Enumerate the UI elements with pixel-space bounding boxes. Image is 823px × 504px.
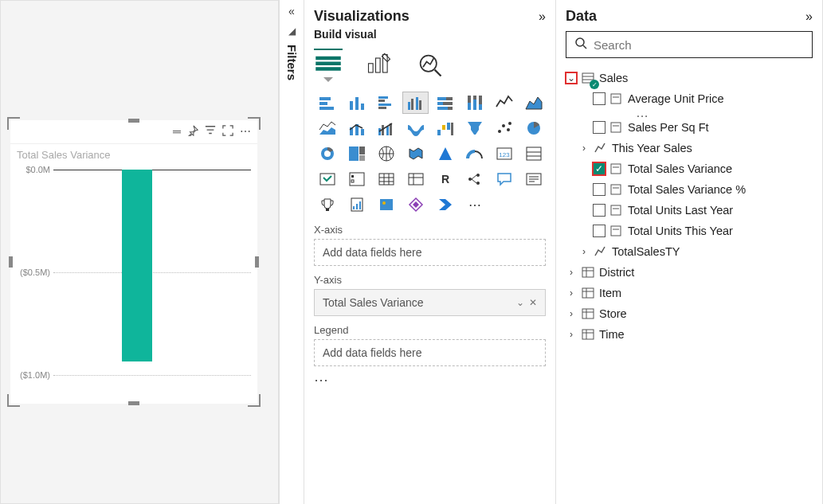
- build-visual-tab[interactable]: [314, 49, 343, 79]
- calc-icon: [610, 93, 623, 104]
- svg-rect-43: [447, 123, 450, 130]
- viz-smart-narrative[interactable]: [520, 168, 547, 190]
- report-canvas[interactable]: ═ ⋯ Total Sales Variance $0.0M ($0.5M) (…: [0, 0, 279, 504]
- table-icon: [582, 328, 594, 341]
- svg-rect-84: [356, 204, 358, 209]
- viz-stacked-bar[interactable]: [314, 92, 340, 114]
- viz-paginated-report[interactable]: [343, 193, 370, 216]
- field-average-unit-price[interactable]: Average Unit Price: [593, 88, 813, 109]
- expand-caret-icon[interactable]: ›: [566, 267, 577, 278]
- viz-key-influencers[interactable]: [314, 193, 340, 216]
- search-input[interactable]: [594, 38, 804, 52]
- checkbox[interactable]: ✓: [593, 162, 605, 175]
- pin-icon[interactable]: [187, 125, 198, 139]
- viz-arcgis[interactable]: [373, 193, 399, 216]
- svg-rect-108: [582, 288, 594, 298]
- expand-filters-icon[interactable]: «: [288, 5, 295, 18]
- viz-filled-map[interactable]: [402, 143, 429, 165]
- viz-decomposition-tree[interactable]: [461, 168, 488, 190]
- viz-line[interactable]: [491, 92, 517, 114]
- measure-icon: [594, 143, 607, 154]
- checkbox[interactable]: [593, 204, 605, 217]
- legend-dropzone[interactable]: Add data fields here: [314, 339, 546, 366]
- svg-line-7: [435, 70, 441, 76]
- filter-icon[interactable]: [205, 125, 216, 139]
- legend-label: Legend: [314, 324, 546, 336]
- viz-multi-row-card[interactable]: [520, 143, 547, 165]
- chart-visual[interactable]: ═ ⋯ Total Sales Variance $0.0M ($0.5M) (…: [10, 120, 257, 404]
- viz-power-apps[interactable]: [402, 193, 429, 216]
- build-tabs: [314, 45, 546, 80]
- viz-area[interactable]: [520, 92, 547, 114]
- expand-caret-icon[interactable]: ›: [578, 143, 590, 154]
- focus-icon[interactable]: [222, 125, 233, 139]
- visualizations-pane: Visualizations » Build visual: [304, 0, 556, 504]
- data-search[interactable]: [566, 31, 813, 58]
- table-time[interactable]: › Time: [566, 324, 813, 345]
- remove-field-icon[interactable]: ✕: [529, 297, 537, 308]
- field-total-sales-variance[interactable]: ✓ Total Sales Variance: [593, 158, 813, 179]
- more-wells-icon[interactable]: ⋯: [314, 371, 546, 389]
- viz-pie[interactable]: [520, 117, 547, 139]
- viz-table[interactable]: [373, 168, 399, 190]
- more-fields-icon[interactable]: …: [593, 109, 813, 117]
- expand-caret-icon[interactable]: ›: [566, 308, 577, 319]
- field-this-year-sales[interactable]: › This Year Sales: [578, 138, 813, 158]
- viz-stacked-column[interactable]: [343, 92, 370, 114]
- viz-azure-map[interactable]: [432, 143, 458, 165]
- field-total-units-this-year[interactable]: Total Units This Year: [593, 221, 813, 241]
- viz-funnel[interactable]: [461, 117, 488, 139]
- expand-caret-icon[interactable]: ⌄: [566, 72, 577, 84]
- drag-handle-icon[interactable]: ═: [173, 125, 181, 139]
- viz-100-stacked-column[interactable]: [461, 92, 488, 114]
- viz-r-visual[interactable]: R: [432, 168, 458, 190]
- viz-map[interactable]: [373, 143, 399, 165]
- viz-power-automate[interactable]: [432, 193, 458, 216]
- collapse-data-icon[interactable]: »: [805, 10, 813, 24]
- viz-more[interactable]: ⋯: [461, 193, 488, 216]
- table-district[interactable]: › District: [566, 262, 813, 283]
- field-sales-per-sq-ft[interactable]: Sales Per Sq Ft: [593, 117, 813, 138]
- viz-ribbon[interactable]: [402, 117, 429, 139]
- viz-card[interactable]: 123: [491, 143, 517, 165]
- field-total-sales-variance-pct[interactable]: Total Sales Variance %: [593, 179, 813, 200]
- build-visual-label: Build visual: [314, 28, 546, 41]
- viz-100-stacked-bar[interactable]: [432, 92, 458, 114]
- viz-matrix[interactable]: [402, 168, 429, 190]
- viz-clustered-bar[interactable]: [373, 92, 399, 114]
- svg-rect-9: [319, 102, 327, 105]
- viz-clustered-column[interactable]: [402, 92, 429, 114]
- expand-caret-icon[interactable]: ›: [578, 246, 590, 257]
- field-totalsalesty[interactable]: › TotalSalesTY: [578, 241, 813, 262]
- checkbox[interactable]: [593, 183, 605, 196]
- table-item[interactable]: › Item: [566, 283, 813, 303]
- table-store[interactable]: › Store: [566, 303, 813, 324]
- viz-stacked-area[interactable]: [314, 117, 340, 139]
- viz-treemap[interactable]: [343, 143, 370, 165]
- chevron-down-icon[interactable]: ⌄: [516, 297, 524, 308]
- collapse-viz-icon[interactable]: »: [539, 10, 546, 24]
- y-axis-field-chip[interactable]: Total Sales Variance ⌄✕: [314, 289, 546, 316]
- viz-slicer[interactable]: [343, 168, 370, 190]
- analytics-tab[interactable]: [416, 49, 445, 79]
- viz-gauge[interactable]: [461, 143, 488, 165]
- viz-line-clustered-column[interactable]: [373, 117, 399, 139]
- expand-caret-icon[interactable]: ›: [566, 329, 577, 340]
- viz-donut[interactable]: [314, 143, 340, 165]
- viz-kpi[interactable]: [314, 168, 340, 190]
- filters-pane-collapsed[interactable]: « ◢ Filters: [279, 0, 304, 504]
- viz-scatter[interactable]: [491, 117, 517, 139]
- format-visual-tab[interactable]: [365, 49, 394, 79]
- checkbox[interactable]: [593, 92, 605, 105]
- expand-caret-icon[interactable]: ›: [566, 287, 577, 299]
- checkbox[interactable]: [593, 121, 605, 134]
- viz-line-stacked-column[interactable]: [343, 117, 370, 139]
- table-sales[interactable]: ⌄ ✓ Sales: [566, 68, 813, 88]
- field-total-units-last-year[interactable]: Total Units Last Year: [593, 200, 813, 221]
- checkbox[interactable]: [593, 225, 605, 237]
- viz-qa[interactable]: [491, 168, 517, 190]
- more-icon[interactable]: ⋯: [240, 125, 251, 139]
- x-axis-dropzone[interactable]: Add data fields here: [314, 239, 546, 266]
- y-tick: ($0.5M): [20, 268, 50, 277]
- viz-waterfall[interactable]: [432, 117, 458, 139]
